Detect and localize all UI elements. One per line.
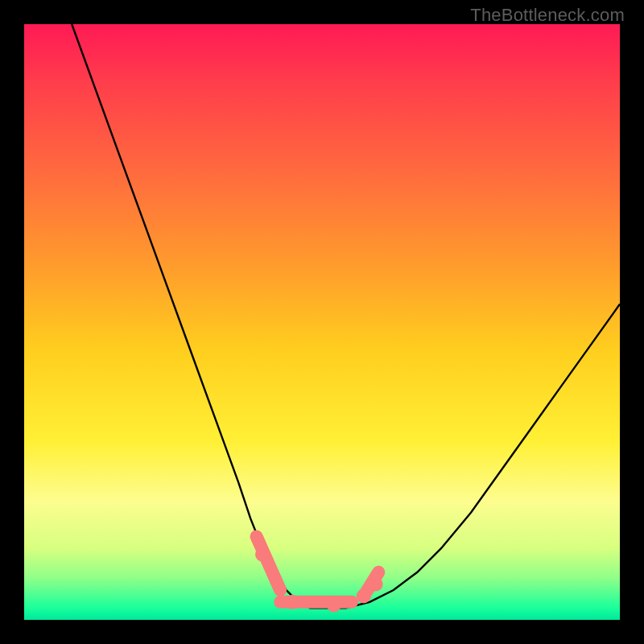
dot-right-b [369,577,383,592]
dot-left [255,547,270,562]
dot-flat-a [285,595,299,609]
chart-frame: TheBottleneck.com [0,0,644,644]
plot-area [24,24,620,620]
dot-right-a [357,588,371,603]
worm-left [257,536,281,590]
bottleneck-curve [72,24,620,608]
dot-flat-b [327,598,341,613]
chart-svg [24,24,620,620]
watermark-text: TheBottleneck.com [470,5,625,26]
